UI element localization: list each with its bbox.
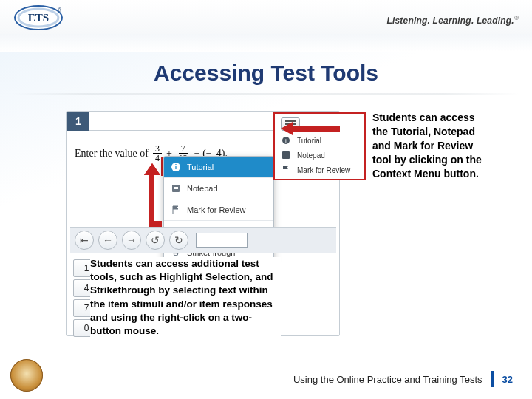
svg-marker-20	[281, 122, 340, 135]
nav-next-button[interactable]: →	[122, 231, 141, 250]
callout-arrow-up	[143, 163, 162, 233]
ets-logo: ETS ®	[13, 3, 71, 33]
callout-right: Students can access the Tutorial, Notepa…	[372, 111, 489, 180]
notepad-icon	[281, 150, 291, 160]
footer-divider	[491, 371, 494, 387]
svg-rect-8	[174, 188, 178, 189]
question-number: 1	[67, 112, 89, 131]
svg-rect-13	[149, 221, 162, 227]
toolbox-item-mark[interactable]: Mark for Review	[275, 163, 364, 177]
info-icon: i	[171, 162, 181, 172]
answer-input[interactable]	[196, 233, 248, 248]
svg-marker-11	[144, 163, 160, 175]
prompt-prefix: Enter the value of	[75, 148, 149, 160]
svg-text:i: i	[175, 163, 177, 171]
context-menu-label: Mark for Review	[187, 205, 245, 214]
context-menu-item-mark[interactable]: Mark for Review	[164, 200, 273, 221]
svg-rect-7	[174, 187, 178, 188]
tagline: Listening. Learning. Leading.®	[386, 15, 519, 26]
footer-label: Using the Online Practice and Training T…	[293, 374, 482, 385]
footer: Using the Online Practice and Training T…	[293, 371, 513, 387]
svg-text:®: ®	[58, 7, 62, 13]
toolbox-item-notepad[interactable]: Notepad	[275, 148, 364, 163]
nav-redo-button[interactable]: ↻	[169, 231, 188, 250]
context-menu-label: Notepad	[187, 184, 218, 193]
notepad-icon	[171, 183, 181, 194]
nav-first-button[interactable]: ⇤	[75, 231, 94, 250]
page-number: 32	[502, 374, 513, 385]
svg-text:ETS: ETS	[28, 12, 49, 24]
nav-prev-button[interactable]: ←	[98, 231, 117, 250]
toolbox-label: Mark for Review	[297, 166, 350, 174]
callout-arrow-left	[281, 122, 340, 135]
title-divider	[12, 93, 520, 95]
fraction-1: 3 4	[153, 144, 162, 163]
header-band	[0, 0, 532, 52]
toolbox-item-tutorial[interactable]: i Tutorial	[275, 133, 364, 148]
flag-icon	[171, 205, 181, 215]
context-menu-item-notepad[interactable]: Notepad	[164, 178, 273, 200]
svg-text:i: i	[285, 137, 287, 144]
flag-icon	[281, 165, 291, 175]
callout-bottom: Students can access additional test tool…	[90, 257, 281, 338]
slide: ETS ® Listening. Learning. Leading.® Acc…	[0, 0, 532, 399]
nav-undo-button[interactable]: ↺	[146, 231, 165, 250]
context-menu-label: Tutorial	[187, 163, 214, 171]
svg-rect-12	[149, 174, 154, 225]
page-title: Accessing Test Tools	[0, 61, 532, 86]
svg-rect-19	[282, 151, 290, 159]
toolbox-label: Tutorial	[297, 137, 321, 145]
answer-toolbar: ⇤ ← → ↺ ↻	[70, 227, 336, 253]
context-menu-item-tutorial[interactable]: i Tutorial	[164, 157, 273, 178]
toolbox-label: Notepad	[297, 151, 325, 160]
info-icon: i	[281, 135, 291, 146]
seal-badge	[10, 359, 43, 392]
